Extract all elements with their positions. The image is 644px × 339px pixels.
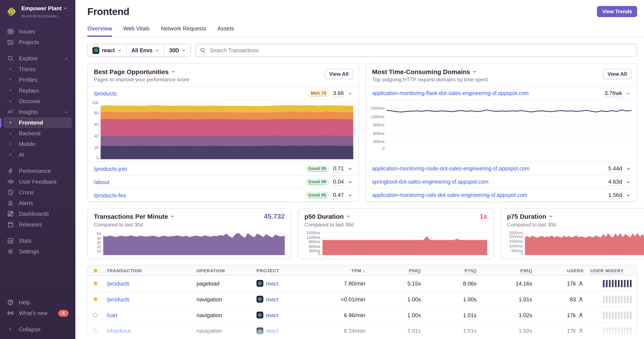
star-toggle-off[interactable] [88, 328, 103, 334]
transaction-link[interactable]: /checkout [106, 328, 130, 334]
time-spent-value[interactable]: 1.56d [608, 192, 622, 199]
sidebar-item-replays[interactable]: Replays [4, 85, 72, 96]
sidebar-item-discover[interactable]: Discover [4, 96, 72, 107]
performance-score-badge[interactable]: Good 95 [305, 165, 329, 172]
transaction-link[interactable]: /products [106, 280, 130, 287]
chevron-up-icon [64, 56, 68, 60]
sidebar-item-releases[interactable]: Releases [4, 219, 72, 230]
star-toggle-on[interactable] [88, 280, 103, 286]
column-header-transaction[interactable]: TRANSACTION [103, 268, 193, 273]
domain-row: application-monitoring-rails-dot-sales-e… [366, 189, 637, 202]
tab-overview[interactable]: Overview [87, 25, 112, 37]
expand-row-icon[interactable] [348, 180, 352, 184]
expand-row-icon[interactable] [626, 193, 631, 198]
opportunity-score-value[interactable]: 0.04 [333, 178, 344, 186]
expand-row-icon[interactable] [626, 180, 631, 184]
opportunity-score-value[interactable]: 0.47 [333, 192, 344, 199]
sidebar-item-explore[interactable]: Explore [4, 53, 72, 64]
expand-row-icon[interactable] [626, 166, 631, 171]
column-header-users[interactable]: USERS [536, 268, 587, 273]
view-trends-button[interactable]: View Trends [597, 6, 637, 17]
sidebar-item-user-feedback[interactable]: User Feedback [4, 176, 72, 187]
performance-score-badge[interactable]: Good 95 [305, 192, 329, 199]
sidebar-item-frontend[interactable]: Frontend [4, 117, 72, 128]
metric-compare-label: Compared to last 30d [304, 222, 487, 228]
chevron-down-icon[interactable] [548, 214, 553, 219]
collapse-row-icon[interactable] [348, 91, 352, 96]
project-link[interactable]: react [266, 280, 278, 287]
sidebar-item-profiles[interactable]: Profiles [4, 74, 72, 85]
domain-link[interactable]: application-monitoring-flask-dot-sales-e… [372, 90, 604, 96]
chevron-down-icon[interactable] [472, 69, 477, 74]
chevron-down-icon[interactable] [170, 214, 175, 219]
expand-row-icon[interactable] [348, 193, 352, 198]
time-spent-value[interactable]: 5.44d [608, 165, 622, 172]
column-header-p50-[interactable]: P50() [369, 268, 424, 273]
tab-network-requests[interactable]: Network Requests [161, 25, 206, 37]
star-toggle-off[interactable] [88, 312, 103, 318]
sidebar-item-stats[interactable]: Stats [4, 235, 72, 246]
column-header-project[interactable]: PROJECT [253, 268, 313, 273]
star-filled-icon [92, 267, 98, 273]
sidebar-item-traces[interactable]: Traces [4, 64, 72, 74]
sidebar-item-insights[interactable]: Insights [4, 107, 72, 117]
sidebar-item-issues[interactable]: Issues [4, 26, 72, 37]
chevron-down-icon[interactable] [171, 69, 176, 74]
org-switcher[interactable]: Empower Plant dominik.buszowiec... [0, 0, 75, 23]
tab-web-vitals[interactable]: Web Vitals [123, 25, 150, 37]
sidebar-item-mobile[interactable]: Mobile [4, 139, 72, 149]
column-header-user-misery[interactable]: USER MISERY [587, 268, 637, 273]
users-cell: 17k [536, 328, 587, 334]
performance-score-badge[interactable]: Good 99 [305, 178, 329, 185]
star-toggle-on[interactable] [88, 296, 103, 302]
sidebar-item-crons[interactable]: Crons [4, 187, 72, 198]
opportunity-score-value[interactable]: 3.66 [333, 90, 344, 97]
project-link[interactable]: react [266, 296, 278, 303]
sidebar-item-settings[interactable]: Settings [4, 246, 72, 257]
column-header-operation[interactable]: OPERATION [193, 268, 253, 273]
view-all-button[interactable]: View All [324, 69, 353, 79]
star-column-header[interactable] [88, 267, 103, 273]
transaction-link[interactable]: /products [94, 90, 308, 96]
domain-link[interactable]: application-monitoring-rails-dot-sales-e… [372, 192, 608, 198]
sidebar-item-collapse[interactable]: Collapse [4, 324, 72, 335]
search-input[interactable] [209, 47, 632, 54]
time-spent-value[interactable]: 3.78wk [604, 90, 622, 97]
sidebar-item-projects[interactable]: Projects [4, 37, 72, 47]
transaction-link[interactable]: /products [106, 296, 130, 303]
domain-link[interactable]: springboot-dot-sales-engineering-sf.apps… [372, 179, 608, 185]
domain-link[interactable]: application-monitoring-node-dot-sales-en… [372, 166, 608, 172]
sidebar-item-ai[interactable]: AI [4, 149, 72, 160]
sidebar-item-performance[interactable]: Performance [4, 166, 72, 176]
environment-filter[interactable]: All Envs [126, 44, 164, 56]
transaction-link[interactable]: /products-join [94, 165, 305, 172]
sidebar-item-alerts[interactable]: Alerts [4, 198, 72, 208]
domain-duration-chart: 0300ms600ms900ms1200ms1500ms [368, 101, 632, 159]
tab-assets[interactable]: Assets [217, 25, 234, 37]
time-consuming-domains-panel: Most Time-Consuming Domains Top outgoing… [366, 63, 637, 202]
project-link[interactable]: react [266, 312, 278, 318]
transaction-link[interactable]: /cart [106, 312, 118, 318]
collapse-row-icon[interactable] [626, 91, 631, 96]
project-link[interactable]: react [266, 328, 278, 334]
chevron-down-icon[interactable] [346, 214, 350, 219]
opportunity-score-value[interactable]: 0.71 [333, 165, 344, 172]
transaction-link[interactable]: /about [94, 179, 305, 185]
main-content: Frontend View Trends OverviewWeb VitalsN… [75, 0, 644, 339]
project-cell: react [253, 296, 313, 303]
performance-score-badge[interactable]: Meh 79 [308, 90, 329, 97]
sidebar-item-help[interactable]: Help [4, 297, 72, 308]
expand-row-icon[interactable] [348, 166, 352, 171]
sidebar-item-dashboards[interactable]: Dashboards [4, 208, 72, 219]
transaction-link[interactable]: /products-fes [94, 192, 305, 198]
sidebar-item-backend[interactable]: Backend [4, 128, 72, 139]
view-all-button[interactable]: View All [603, 69, 632, 79]
column-header-tpm[interactable]: TPM ↓ [313, 268, 369, 273]
column-header-p95-[interactable]: P95() [480, 268, 536, 273]
date-range-filter[interactable]: 30D [164, 44, 190, 56]
time-spent-value[interactable]: 4.63d [608, 178, 622, 186]
project-filter[interactable]: react [88, 44, 126, 56]
sidebar-item-what-s-new[interactable]: What's new4 [4, 308, 72, 319]
column-header-p75-[interactable]: P75() [424, 268, 480, 273]
user-misery-bars [587, 296, 637, 303]
